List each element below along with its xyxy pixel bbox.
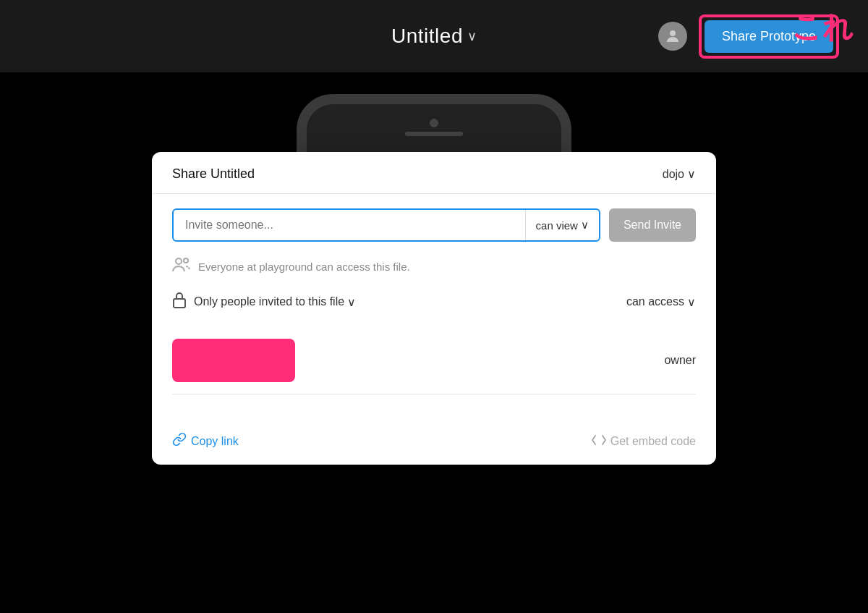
modal-footer: Copy link Get embed code [152,420,716,465]
permissions-row: Only people invited to this file ∨ can a… [172,291,696,324]
people-icon [172,256,191,276]
access-notice: Everyone at playground can access this f… [172,256,696,276]
send-invite-button[interactable]: Send Invite [609,208,696,242]
workspace-chevron-icon: ∨ [687,167,696,181]
modal-body: can view ∨ Send Invite Everyone at pla [152,194,716,420]
user-role: owner [664,354,696,367]
invite-row: can view ∨ Send Invite [172,208,696,242]
copy-link-button[interactable]: Copy link [172,432,239,450]
permissions-dropdown[interactable]: Only people invited to this file ∨ [194,295,356,309]
user-avatar-block [172,339,295,382]
modal-header: Share Untitled dojo ∨ [152,152,716,194]
can-view-label: can view [536,219,578,232]
svg-point-1 [176,258,182,264]
workspace-label: dojo [663,168,684,181]
japanese-annotation: これ [791,7,854,48]
access-notice-text: Everyone at playground can access this f… [198,261,410,273]
embed-code-button[interactable]: Get embed code [592,435,696,448]
can-view-chevron-icon: ∨ [581,219,589,232]
can-access-label: can access [626,295,684,308]
user-row: owner [172,339,696,394]
svg-point-2 [184,258,188,263]
modal-title-name: Untitled [210,166,255,181]
modal-title-prefix: Share [172,166,210,181]
share-modal: Share Untitled dojo ∨ can view ∨ Send In… [152,152,716,465]
lock-icon [172,291,187,313]
modal-title: Share Untitled [172,166,255,182]
permissions-left: Only people invited to this file ∨ [172,291,356,313]
embed-code-label: Get embed code [610,435,696,448]
copy-link-label: Copy link [191,435,239,448]
embed-code-icon [592,435,606,448]
can-access-chevron-icon: ∨ [687,295,696,309]
link-icon [172,432,187,450]
workspace-selector[interactable]: dojo ∨ [663,167,696,181]
permissions-label-text: Only people invited to this file [194,295,344,308]
invite-input-wrapper: can view ∨ [172,208,600,242]
permissions-chevron-icon: ∨ [347,295,356,309]
svg-rect-3 [174,299,185,308]
can-access-selector[interactable]: can access ∨ [626,295,696,309]
modal-overlay: Share Untitled dojo ∨ can view ∨ Send In… [0,0,868,613]
can-view-selector[interactable]: can view ∨ [525,210,599,240]
invite-input[interactable] [174,210,525,240]
